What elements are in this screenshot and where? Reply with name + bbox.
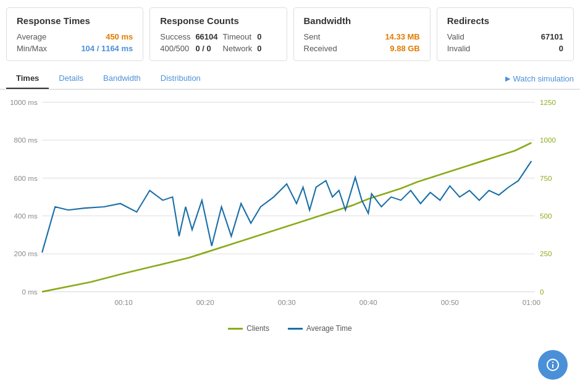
redirects-title: Redirects <box>447 15 563 26</box>
svg-text:600 ms: 600 ms <box>14 174 38 182</box>
timeout-value: 0 <box>257 32 276 41</box>
legend-average-time: Average Time <box>288 324 352 333</box>
svg-text:1000 ms: 1000 ms <box>10 98 38 106</box>
invalid-label: Invalid <box>447 44 471 53</box>
svg-text:0 ms: 0 ms <box>22 288 38 296</box>
top-cards-container: Response Times Average 450 ms Min/Max 10… <box>0 0 580 69</box>
watch-simulation-button[interactable]: ▶ Watch simulation <box>505 74 574 83</box>
received-value: 9.88 GB <box>390 44 419 53</box>
network-label: Network <box>223 44 253 53</box>
tabs-bar: Times Details Bandwidth Distribution ▶ W… <box>0 69 580 90</box>
svg-text:00:20: 00:20 <box>196 298 215 306</box>
valid-label: Valid <box>447 32 464 41</box>
response-times-title: Response Times <box>17 15 133 26</box>
tab-times[interactable]: Times <box>6 69 49 89</box>
svg-text:250: 250 <box>540 249 552 257</box>
svg-text:00:30: 00:30 <box>278 298 296 306</box>
average-label: Average <box>17 32 46 41</box>
watch-simulation-label: Watch simulation <box>513 74 574 83</box>
minmax-label: Min/Max <box>17 44 47 53</box>
svg-text:1000: 1000 <box>540 136 556 144</box>
clients-label: Clients <box>246 324 269 333</box>
success-label: Success <box>160 32 190 41</box>
invalid-value: 0 <box>559 44 563 53</box>
clients-line-color <box>228 328 243 330</box>
svg-text:00:40: 00:40 <box>359 298 378 306</box>
received-label: Received <box>304 44 337 53</box>
svg-text:1250: 1250 <box>540 98 556 106</box>
legend-clients: Clients <box>228 324 269 333</box>
sent-value: 14.33 MB <box>385 32 419 41</box>
average-time-line-color <box>288 328 303 330</box>
tab-bandwidth[interactable]: Bandwidth <box>93 69 151 89</box>
svg-text:800 ms: 800 ms <box>14 136 38 144</box>
bandwidth-title: Bandwidth <box>304 15 420 26</box>
redirects-card: Redirects Valid 67101 Invalid 0 <box>437 7 574 61</box>
valid-value: 67101 <box>541 32 563 41</box>
success-value: 66104 <box>195 32 217 41</box>
chart-legend: Clients Average Time <box>0 318 580 338</box>
tab-distribution[interactable]: Distribution <box>151 69 211 89</box>
svg-text:750: 750 <box>540 174 552 182</box>
timeout-label: Timeout <box>223 32 253 41</box>
bandwidth-card: Bandwidth Sent 14.33 MB Received 9.88 GB <box>293 7 431 61</box>
svg-text:400 ms: 400 ms <box>14 212 38 220</box>
svg-text:00:10: 00:10 <box>115 298 133 306</box>
tab-details[interactable]: Details <box>49 69 93 89</box>
response-counts-card: Response Counts Success 66104 Timeout 0 … <box>149 7 287 61</box>
svg-text:200 ms: 200 ms <box>14 249 38 257</box>
svg-text:00:50: 00:50 <box>441 298 460 306</box>
response-times-card: Response Times Average 450 ms Min/Max 10… <box>6 7 143 61</box>
fourxx-value: 0 / 0 <box>195 44 217 53</box>
minmax-value: 104 / 1164 ms <box>81 44 133 53</box>
average-value: 450 ms <box>106 32 133 41</box>
fourxx-label: 400/500 <box>160 44 190 53</box>
svg-text:0: 0 <box>540 288 544 296</box>
average-time-label: Average Time <box>306 324 352 333</box>
play-icon: ▶ <box>505 75 510 83</box>
chart-svg: 1000 ms 800 ms 600 ms 400 ms 200 ms 0 ms… <box>6 96 574 318</box>
chart-container: 1000 ms 800 ms 600 ms 400 ms 200 ms 0 ms… <box>6 96 574 318</box>
response-counts-title: Response Counts <box>160 15 276 26</box>
sent-label: Sent <box>304 32 321 41</box>
svg-text:500: 500 <box>540 212 552 220</box>
svg-text:01:00: 01:00 <box>523 298 541 306</box>
network-value: 0 <box>257 44 276 53</box>
